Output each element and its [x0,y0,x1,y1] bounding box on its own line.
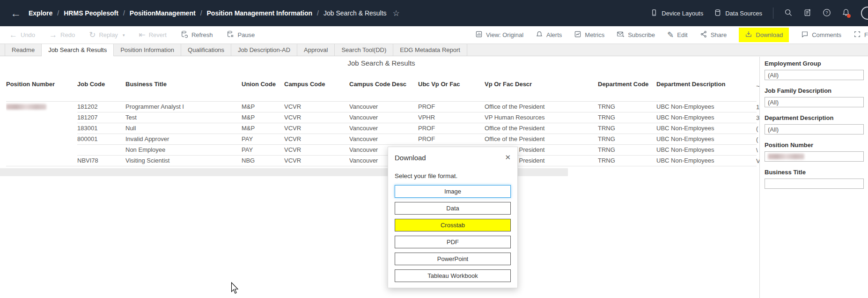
cell-campus-code-desc: Vancouver [349,112,418,123]
filter-employment-group: Employment Group (All) [765,60,868,80]
filter-label: Business Title [765,169,868,176]
refresh-label: Refresh [191,31,213,38]
breadcrumb-explore[interactable]: Explore [29,9,52,17]
replay-label: Replay [99,31,118,38]
fullscreen-icon [853,30,861,39]
download-tableau-workbook-button[interactable]: Tableau Workbook [395,269,511,282]
top-navigation-bar: ← Explore / HRMS Peoplesoft / PositionMa… [0,0,868,26]
alerts-button[interactable]: Alerts [536,30,562,39]
refresh-button[interactable]: Refresh [181,30,213,39]
tab-readme[interactable]: Readme [5,44,42,56]
download-button[interactable]: Download [739,28,789,42]
search-icon[interactable] [784,8,793,18]
table-row: 183001 Null M&P VCVR Vancouver PROF Offi… [6,123,757,134]
view-original-label: View: Original [486,31,523,38]
edit-button[interactable]: ✎ Edit [667,31,688,39]
pause-button[interactable]: Pause [227,30,255,39]
cell-ubc-vp-or-fac: VPHR [418,112,485,123]
toolbar-right: View: Original Alerts Metrics Subscribe … [475,28,868,42]
department-description-dropdown[interactable]: (All) [765,124,864,134]
tab-edg-metadata-report[interactable]: EDG Metadata Report [393,44,467,56]
business-title-input[interactable] [765,179,864,189]
employment-group-dropdown[interactable]: (All) [765,70,864,80]
favorite-star-icon[interactable]: ☆ [393,9,400,17]
cell-department-code: TRNG [598,144,656,155]
cell-department-description: UBC Non-Employees [656,144,757,155]
device-layouts-button[interactable]: Device Layouts [650,9,703,18]
replay-loop-icon: ↻ [89,31,96,39]
share-button[interactable]: Share [700,30,727,39]
help-icon[interactable]: ? [823,8,831,18]
download-powerpoint-button[interactable]: PowerPoint [395,253,511,265]
subscribe-label: Subscribe [628,31,655,38]
filter-value: (All) [768,72,779,79]
refresh-data-icon [181,30,188,39]
redacted-filter-value [768,154,804,159]
tab-position-information[interactable]: Position Information [114,44,181,56]
tab-approval[interactable]: Approval [297,44,335,56]
cell-department-code: TRNG [598,112,656,123]
whats-new-icon[interactable] [803,8,812,18]
col-department-code: Department Code [598,80,656,101]
replay-caret-icon[interactable]: ▾ [123,33,125,37]
database-icon [714,9,721,18]
sheet-tabs: Readme Job Search & Results Position Inf… [0,44,868,56]
view-original-button[interactable]: View: Original [475,30,523,39]
breadcrumb-separator: / [200,9,202,17]
download-crosstab-button[interactable]: Crosstab [395,219,511,231]
cell-department-description: UBC Non-Employees [656,134,757,144]
cell-department-code: TRNG [598,155,656,166]
fullscreen-button[interactable]: F [853,30,868,39]
cell-department-code: TRNG [598,101,656,112]
replay-button[interactable]: ↻ Replay ▾ [89,31,125,39]
cell-department-description: UBC Non-Employees [656,101,757,112]
tab-job-search-results[interactable]: Job Search & Results [42,44,114,56]
table-header-row: Position Number Job Code Business Title … [6,80,757,101]
cell-department-code: TRNG [598,134,656,144]
user-avatar[interactable] [861,7,868,20]
breadcrumb-position-management-information[interactable]: Position Management Information [207,9,313,17]
comments-button[interactable]: Comments [801,30,841,39]
mouse-cursor [231,282,240,296]
undo-button[interactable]: ← Undo [9,31,35,39]
notifications-bell-icon[interactable] [842,8,850,18]
metrics-button[interactable]: Metrics [574,30,604,39]
breadcrumb-separator: / [317,9,319,17]
topbar-divider [773,7,773,19]
cell-union-code: M&P [242,123,284,134]
job-family-description-dropdown[interactable]: (All) [765,97,864,107]
filter-position-number: Position Number [765,142,868,162]
back-arrow-icon[interactable]: ← [10,8,21,19]
download-image-button[interactable]: Image [395,185,511,198]
revert-button[interactable]: ⇤ Revert [139,31,167,39]
download-pdf-button[interactable]: PDF [395,236,511,248]
redo-button[interactable]: → Redo [49,31,75,39]
share-nodes-icon [700,30,707,39]
download-data-button[interactable]: Data [395,202,511,215]
metrics-chart-icon [574,30,581,39]
redacted-position-number [6,101,77,166]
tab-search-tool-dd[interactable]: Search Tool(DD) [335,44,393,56]
filter-label: Job Family Description [765,87,868,94]
filter-business-title: Business Title [765,169,868,189]
results-table: Position Number Job Code Business Title … [6,80,757,166]
cell-campus-code: VCVR [284,123,349,134]
device-layouts-label: Device Layouts [662,10,703,17]
cell-vp-or-fac-descr: Office of the President [485,123,598,134]
download-dialog: Download ✕ Select your file format. Imag… [388,147,518,288]
position-number-input[interactable] [765,151,864,162]
toolbar-left: ← Undo → Redo ↻ Replay ▾ ⇤ Revert Refres… [0,30,255,39]
subscribe-button[interactable]: Subscribe [617,30,655,39]
download-label: Download [756,31,783,38]
tab-qualifications[interactable]: Qualifications [181,44,231,56]
close-icon[interactable]: ✕ [505,153,511,162]
tab-job-description-ad[interactable]: Job Description-AD [231,44,297,56]
cell-vp-or-fac-descr: Office of the President [485,134,598,144]
breadcrumb-position-management[interactable]: PositionManagement [130,9,196,17]
svg-text:?: ? [825,10,828,15]
breadcrumb-hrms-peoplesoft[interactable]: HRMS Peoplesoft [64,9,118,17]
fullscreen-label: F [864,31,868,38]
filter-label: Position Number [765,142,868,149]
data-sources-button[interactable]: Data Sources [714,9,762,18]
cell-vp-or-fac-descr: Office of the President [485,101,598,112]
